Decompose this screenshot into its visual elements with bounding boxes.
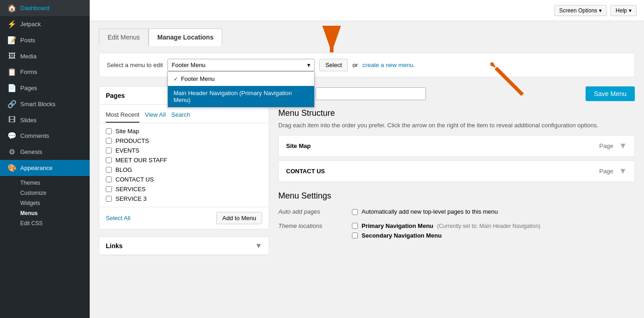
create-new-menu-link[interactable]: create a new menu. xyxy=(362,62,415,68)
page-checkbox-services[interactable] xyxy=(106,186,112,192)
save-menu-button[interactable]: Save Menu xyxy=(586,86,635,101)
sidebar-item-smart-blocks[interactable]: 🔗 Smart Blocks xyxy=(0,96,90,112)
tab-manage-locations[interactable]: Manage Locations xyxy=(149,28,222,46)
page-item-products[interactable]: PRODUCTS xyxy=(106,137,262,144)
appearance-submenu: Themes Customize Widgets Menus Edit CSS xyxy=(0,176,90,230)
comments-icon: 💬 xyxy=(7,131,17,140)
page-checkbox-meet-our-staff[interactable] xyxy=(106,157,112,163)
auto-add-desc: Automatically add new top-level pages to… xyxy=(362,208,498,215)
menu-item-contact-us-type: Page xyxy=(599,168,613,175)
theme-locations-value-cell: Primary Navigation Menu (Currently set t… xyxy=(352,219,635,245)
page-item-site-map[interactable]: Site Map xyxy=(106,128,262,135)
jetpack-icon: ⚡ xyxy=(7,20,17,28)
screen-options-label: Screen Options xyxy=(559,7,598,14)
page-label-blog: BLOG xyxy=(115,166,132,173)
theme-location-secondary-checkbox[interactable] xyxy=(352,233,358,238)
menu-item-contact-us[interactable]: CONTACT US Page ▼ xyxy=(278,160,635,182)
menu-item-site-map-type: Page xyxy=(599,142,613,149)
tab-edit-menus[interactable]: Edit Menus xyxy=(99,28,149,45)
menu-item-site-map[interactable]: Site Map Page ▼ xyxy=(278,135,635,157)
pages-tab-search[interactable]: Search xyxy=(171,109,190,123)
content-area: Edit Menus Manage Locations Select a men… xyxy=(90,21,644,318)
sidebar-label-comments: Comments xyxy=(20,132,49,139)
page-checkbox-service-3[interactable] xyxy=(106,196,112,202)
page-checkbox-contact-us[interactable] xyxy=(106,176,112,182)
page-item-events[interactable]: EVENTS xyxy=(106,147,262,154)
help-chevron-icon: ▾ xyxy=(629,7,632,14)
topbar: Screen Options ▾ Help ▾ xyxy=(90,0,644,21)
dropdown-item-main-header[interactable]: Main Header Navigation (Primary Navigati… xyxy=(168,86,314,107)
theme-location-primary: Primary Navigation Menu (Currently set t… xyxy=(352,222,635,229)
page-item-services[interactable]: SERVICES xyxy=(106,186,262,193)
page-label-contact-us: CONTACT US xyxy=(115,176,154,183)
auto-add-checkbox[interactable] xyxy=(352,209,358,215)
select-menu-field[interactable]: Footer Menu ▾ xyxy=(167,59,315,71)
links-panel-title: Links xyxy=(106,242,123,250)
page-item-service-3[interactable]: SERVICE 3 xyxy=(106,195,262,202)
dropdown-item-footer-menu[interactable]: ✓ Footer Menu xyxy=(168,72,314,86)
help-button[interactable]: Help ▾ xyxy=(610,5,637,16)
posts-icon: 📝 xyxy=(7,36,17,45)
forms-icon: 📋 xyxy=(7,68,17,76)
sidebar-item-genesis[interactable]: ⚙ Genesis xyxy=(0,144,90,160)
select-button[interactable]: Select xyxy=(319,59,348,71)
sidebar-sub-widgets[interactable]: Widgets xyxy=(20,198,90,208)
page-checkbox-blog[interactable] xyxy=(106,167,112,173)
sidebar-item-comments[interactable]: 💬 Comments xyxy=(0,128,90,144)
page-checkbox-products[interactable] xyxy=(106,138,112,144)
menu-item-contact-us-label: CONTACT US xyxy=(286,168,325,175)
theme-locations-row: Theme locations Primary Navigation Menu … xyxy=(278,219,635,245)
pages-tab-view-all[interactable]: View All xyxy=(145,109,166,123)
sidebar-label-media: Media xyxy=(20,53,36,60)
menu-name-input[interactable]: Footer Menu xyxy=(316,87,426,100)
pages-tab-most-recent[interactable]: Most Recent xyxy=(106,109,139,123)
sidebar-sub-themes[interactable]: Themes xyxy=(20,178,90,188)
sidebar-sub-customize[interactable]: Customize xyxy=(20,188,90,198)
menu-structure-title: Menu Structure xyxy=(278,108,635,118)
menu-name-row: Menu Name Footer Menu Save Menu xyxy=(278,86,635,101)
sidebar-sub-edit-css[interactable]: Edit CSS xyxy=(20,218,90,228)
sidebar-label-posts: Posts xyxy=(20,37,35,44)
sidebar-sub-menus[interactable]: Menus xyxy=(20,208,90,218)
sidebar-item-slides[interactable]: 🎞 Slides xyxy=(0,112,90,128)
menu-item-site-map-expand-icon[interactable]: ▼ xyxy=(619,141,627,151)
two-col-layout: Pages ▲ Most Recent View All Search Site… xyxy=(99,86,635,263)
auto-add-value-cell: Automatically add new top-level pages to… xyxy=(352,204,635,219)
select-menu-dropdown: ✓ Footer Menu Main Header Navigation (Pr… xyxy=(167,71,315,108)
sidebar-item-forms[interactable]: 📋 Forms xyxy=(0,64,90,80)
theme-location-primary-checkbox[interactable] xyxy=(352,223,358,229)
page-checkbox-events[interactable] xyxy=(106,148,112,153)
sidebar-item-media[interactable]: 🖼 Media xyxy=(0,48,90,64)
create-link-text: create a new menu xyxy=(362,62,414,68)
menu-item-contact-us-expand-icon[interactable]: ▼ xyxy=(619,166,627,176)
smart-blocks-icon: 🔗 xyxy=(7,100,17,108)
add-to-menu-button[interactable]: Add to Menu xyxy=(216,212,262,224)
page-item-meet-our-staff[interactable]: MEET OUR STAFF xyxy=(106,157,262,164)
pages-checkbox-list: Site Map PRODUCTS EVENTS xyxy=(106,128,262,202)
dashboard-icon: 🏠 xyxy=(7,4,17,12)
page-item-blog[interactable]: BLOG xyxy=(106,166,262,173)
links-panel: Links ▼ xyxy=(99,237,269,256)
links-panel-toggle-icon[interactable]: ▼ xyxy=(255,242,262,250)
sidebar-item-pages[interactable]: 📄 Pages xyxy=(0,80,90,96)
sidebar-item-posts[interactable]: 📝 Posts xyxy=(0,32,90,48)
sidebar-item-appearance[interactable]: 🎨 Appearance xyxy=(0,160,90,176)
links-panel-header: Links ▼ xyxy=(99,237,269,255)
screen-options-button[interactable]: Screen Options ▾ xyxy=(554,5,607,16)
select-all-link[interactable]: Select All xyxy=(106,215,130,221)
screen-options-chevron-icon: ▾ xyxy=(599,7,602,14)
menu-settings-title: Menu Settings xyxy=(278,191,635,201)
page-item-contact-us[interactable]: CONTACT US xyxy=(106,176,262,183)
auto-add-checkbox-label[interactable]: Automatically add new top-level pages to… xyxy=(352,208,635,215)
genesis-icon: ⚙ xyxy=(7,148,17,156)
sidebar-item-dashboard[interactable]: 🏠 Dashboard xyxy=(0,0,90,16)
pages-panel-title: Pages xyxy=(106,92,125,99)
menu-structure-desc: Drag each item into the order you prefer… xyxy=(278,122,635,129)
page-label-services: SERVICES xyxy=(115,186,146,193)
page-checkbox-site-map[interactable] xyxy=(106,128,112,134)
page-label-service-3: SERVICE 3 xyxy=(115,195,147,202)
dropdown-item-label-main-header: Main Header Navigation (Primary Navigati… xyxy=(173,90,309,103)
auto-add-label: Auto add pages xyxy=(278,208,320,215)
sidebar-item-jetpack[interactable]: ⚡ Jetpack xyxy=(0,16,90,32)
pages-panel-tabs: Most Recent View All Search xyxy=(99,105,269,123)
